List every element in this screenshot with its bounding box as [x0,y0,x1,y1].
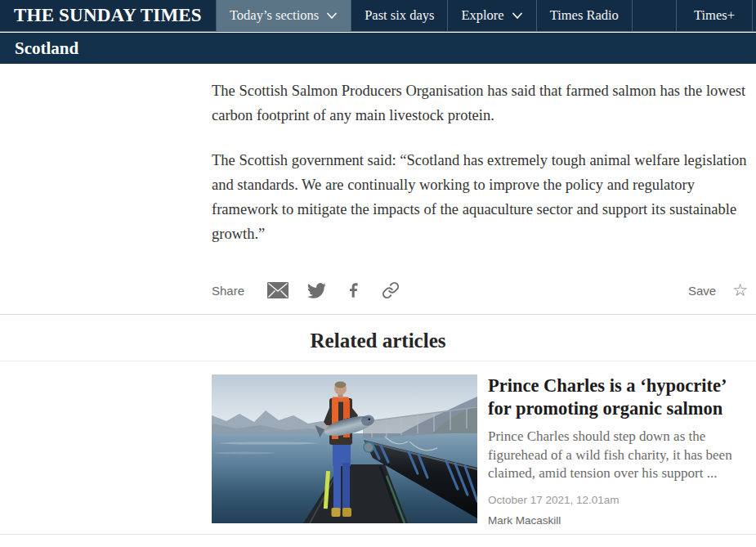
nav-item-past-six-days[interactable]: Past six days [351,0,447,31]
divider [0,314,756,315]
related-articles-heading: Related articles [0,330,756,352]
divider [0,534,756,535]
related-article-title[interactable]: Prince Charles is a ‘hypocrite’ for prom… [488,374,753,420]
article-paragraph: The Scottish Salmon Producers Organisati… [212,78,749,128]
save-control: Save ☆ [688,282,748,299]
related-article-author: Mark Macaskill [488,514,753,527]
share-label: Share [212,284,244,298]
related-article-teaser: Prince Charles should step down as the f… [488,428,753,483]
nav-item-times-plus[interactable]: Times+ [676,0,753,31]
nav-item-todays-sections[interactable]: Today’s sections [216,0,351,31]
related-article-card: Prince Charles is a ‘hypocrite’ for prom… [488,374,753,527]
link-share-icon[interactable] [382,281,400,299]
save-label[interactable]: Save [688,284,716,298]
chevron-down-icon [512,10,523,21]
section-title[interactable]: Scotland [15,38,78,59]
save-star-icon[interactable]: ☆ [732,282,748,299]
masthead-logo[interactable]: THE SUNDAY TIMES [0,0,216,31]
nav-item-label: Past six days [365,7,434,24]
page: THE SUNDAY TIMES Today’s sections Past s… [0,0,756,547]
top-navigation: THE SUNDAY TIMES Today’s sections Past s… [0,0,756,32]
chevron-down-icon [326,10,338,21]
related-article-image[interactable] [212,374,477,523]
salmon-farm-photo [212,374,477,523]
related-article-date: October 17 2021, 12.01am [488,494,753,506]
nav-item-explore[interactable]: Explore [447,0,535,31]
nav-item-times-radio[interactable]: Times Radio [536,0,633,31]
share-row: Share Save [212,278,748,303]
nav-spacer [633,0,676,31]
article-paragraph: The Scottish government said: “Scotland … [212,148,749,246]
email-share-icon[interactable] [267,282,289,298]
divider [0,361,756,361]
nav-item-label: Explore [461,7,503,24]
nav-item-label: Times Radio [550,7,619,24]
nav-item-label: Today’s sections [230,7,319,24]
twitter-share-icon[interactable] [307,281,326,300]
facebook-share-icon[interactable] [345,281,363,299]
section-bar: Scotland [0,33,756,64]
article-body: The Scottish Salmon Producers Organisati… [212,64,749,246]
